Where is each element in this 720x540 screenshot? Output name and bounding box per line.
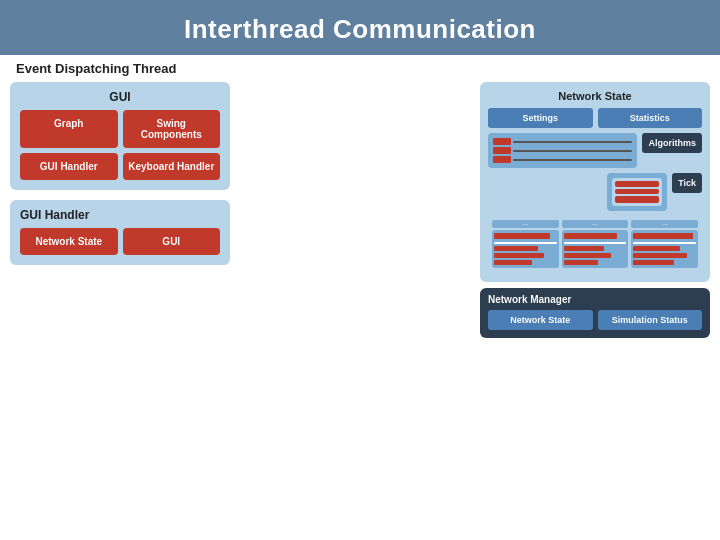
gui-grid: Graph Swing Components GUI Handler Keybo… (20, 110, 220, 180)
data-columns-row (492, 230, 698, 268)
data-bar-2-3 (564, 253, 611, 258)
data-bar-3-2 (633, 246, 680, 251)
algorithms-row: Algorithms (488, 133, 702, 168)
network-manager-title: Network Manager (488, 294, 702, 305)
data-line-1-1 (494, 242, 557, 244)
gui-box: GUI Graph Swing Components GUI Handler K… (10, 82, 230, 190)
algorithms-button[interactable]: Algorithms (642, 133, 702, 153)
data-bar-1-3 (494, 253, 544, 258)
data-bar-2-4 (564, 260, 598, 265)
algo-rows (493, 138, 632, 163)
algo-line-2 (513, 150, 632, 152)
data-col-2 (562, 230, 629, 268)
data-bar-1-1 (494, 233, 550, 239)
algo-mini-red-1 (493, 138, 511, 145)
data-bar-2-2 (564, 246, 605, 251)
algo-line-3 (513, 159, 632, 161)
page-title: Interthread Communication (0, 0, 720, 55)
tick-row: Tick (488, 173, 702, 211)
algo-row-2 (493, 147, 632, 154)
data-col-3 (631, 230, 698, 268)
algo-mini-red-2 (493, 147, 511, 154)
algorithms-box (488, 133, 637, 168)
subtitle: Event Dispatching Thread (16, 61, 720, 76)
data-line-2-1 (564, 242, 627, 244)
network-state-handler-button[interactable]: Network State (20, 228, 118, 255)
tick-bar-3 (615, 196, 659, 203)
network-manager-box: Network Manager Network State Simulation… (480, 288, 710, 338)
graph-button[interactable]: Graph (20, 110, 118, 148)
tick-button[interactable]: Tick (672, 173, 702, 193)
data-label-3: --- (631, 220, 698, 228)
data-label-row: --- --- --- (492, 220, 698, 228)
algo-mini-red-3 (493, 156, 511, 163)
left-panel: GUI Graph Swing Components GUI Handler K… (10, 82, 230, 338)
tick-inner (612, 178, 662, 206)
gui-handler-grid: Network State GUI (20, 228, 220, 255)
network-manager-buttons-row: Network State Simulation Status (488, 310, 702, 330)
data-bar-1-4 (494, 260, 532, 265)
statistics-button[interactable]: Statistics (598, 108, 703, 128)
data-bar-3-3 (633, 253, 686, 258)
data-line-3-1 (633, 242, 696, 244)
gui-handler-box: GUI Handler Network State GUI (10, 200, 230, 265)
data-label-1: --- (492, 220, 559, 228)
data-bar-1-2 (494, 246, 538, 251)
swing-components-button[interactable]: Swing Components (123, 110, 221, 148)
settings-statistics-row: Settings Statistics (488, 108, 702, 128)
right-panel: Network State Settings Statistics (480, 82, 710, 338)
big-data-area: --- --- --- (488, 216, 702, 272)
data-label-2: --- (562, 220, 629, 228)
algo-row-1 (493, 138, 632, 145)
nm-network-state-button[interactable]: Network State (488, 310, 593, 330)
gui-handler-gui-button[interactable]: GUI (123, 228, 221, 255)
network-state-box: Network State Settings Statistics (480, 82, 710, 282)
gui-handler-title: GUI Handler (20, 208, 220, 222)
nm-simulation-status-button[interactable]: Simulation Status (598, 310, 703, 330)
algo-line-1 (513, 141, 632, 143)
settings-button[interactable]: Settings (488, 108, 593, 128)
data-col-1 (492, 230, 559, 268)
content-area: GUI Graph Swing Components GUI Handler K… (0, 76, 720, 344)
data-bar-2-1 (564, 233, 617, 239)
data-bar-3-4 (633, 260, 674, 265)
tick-bar-2 (615, 189, 659, 194)
data-bar-3-1 (633, 233, 693, 239)
network-state-title: Network State (488, 90, 702, 102)
keyboard-handler-button[interactable]: Keyboard Handler (123, 153, 221, 180)
tick-box (607, 173, 667, 211)
algo-row-3 (493, 156, 632, 163)
gui-handler-button[interactable]: GUI Handler (20, 153, 118, 180)
tick-bar-1 (615, 181, 659, 187)
gui-box-title: GUI (20, 90, 220, 104)
